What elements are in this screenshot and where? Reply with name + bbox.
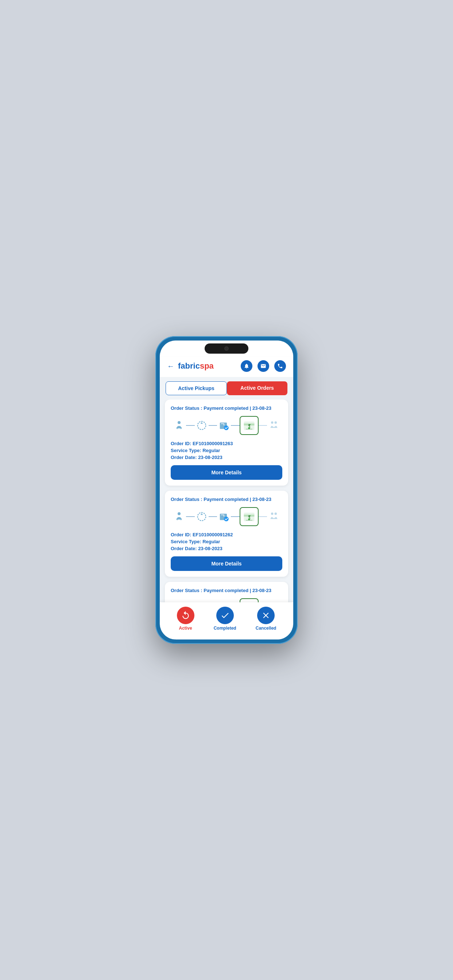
notch <box>205 344 248 354</box>
step-line-2d <box>258 516 267 517</box>
step-process-1 <box>195 418 209 433</box>
phone-frame: ← fabricspa <box>155 336 298 644</box>
order-info-2: Order ID: EF1010000091262 Service Type: … <box>171 532 282 551</box>
nav-active-icon <box>177 607 195 624</box>
step-line-1c <box>231 425 239 426</box>
step-payment-1: ₹ <box>239 416 258 435</box>
step-package-2 <box>217 510 231 523</box>
header-icons <box>241 360 286 372</box>
step-pickup-1 <box>172 418 186 433</box>
step-line-1a <box>186 425 195 426</box>
order-id-1: Order ID: EF1010000091263 <box>171 441 282 446</box>
order-status-2: Order Status : Payment completed | 23-08… <box>171 496 282 502</box>
tab-active-pickups[interactable]: Active Pickups <box>166 381 227 395</box>
tab-active-orders[interactable]: Active Orders <box>227 381 287 395</box>
phone-screen: ← fabricspa <box>160 340 293 640</box>
step-line-2c <box>231 516 239 517</box>
order-card-1: Order Status : Payment completed | 23-08… <box>165 399 288 485</box>
back-button[interactable]: ← <box>167 362 174 371</box>
svg-point-0 <box>178 421 180 424</box>
step-process-2 <box>195 510 209 523</box>
svg-point-25 <box>274 512 277 515</box>
step-delivery-1 <box>267 418 281 433</box>
step-line-2a <box>186 516 195 517</box>
step-line-1b <box>209 425 217 426</box>
service-type-1: Service Type: Regular <box>171 448 282 453</box>
svg-point-24 <box>271 512 273 515</box>
nav-completed-label: Completed <box>214 625 236 631</box>
header: ← fabricspa <box>160 356 293 377</box>
svg-rect-10 <box>246 429 252 430</box>
header-left: ← fabricspa <box>167 361 214 371</box>
step-line-2b <box>209 516 217 517</box>
more-details-button-2[interactable]: More Details <box>171 556 282 571</box>
nav-cancelled-icon <box>257 607 274 624</box>
nav-completed[interactable]: Completed <box>214 607 236 631</box>
nav-cancelled-label: Cancelled <box>256 625 276 631</box>
order-status-1: Order Status : Payment completed | 23-08… <box>171 406 282 411</box>
notch-bar <box>160 340 293 356</box>
service-type-2: Service Type: Regular <box>171 539 282 544</box>
progress-steps-2: ₹ <box>171 507 282 526</box>
svg-point-12 <box>274 422 277 424</box>
svg-rect-23 <box>246 520 252 520</box>
more-details-button-1[interactable]: More Details <box>171 465 282 480</box>
phone-button[interactable] <box>274 360 286 372</box>
svg-point-18 <box>224 517 229 521</box>
nav-completed-icon <box>216 607 234 624</box>
order-card-2: Order Status : Payment completed | 23-08… <box>165 491 288 577</box>
bottom-nav: Active Completed Cancelled <box>160 602 293 640</box>
message-button[interactable] <box>257 360 269 372</box>
step-delivery-2 <box>267 510 281 523</box>
logo-spa-text: spa <box>200 361 214 371</box>
nav-active-label: Active <box>179 625 192 631</box>
order-date-1: Order Date: 23-08-2023 <box>171 455 282 460</box>
step-payment-2: ₹ <box>239 507 258 526</box>
tabs: Active Pickups Active Orders <box>160 377 293 399</box>
step-line-1d <box>258 425 267 426</box>
nav-cancelled[interactable]: Cancelled <box>256 607 276 631</box>
order-id-2: Order ID: EF1010000091262 <box>171 532 282 538</box>
step-package-1 <box>217 418 231 433</box>
logo-fabric-text: fabric <box>178 361 200 371</box>
order-info-1: Order ID: EF1010000091263 Service Type: … <box>171 441 282 460</box>
order-status-3: Order Status : Payment completed | 23-08… <box>171 588 282 593</box>
svg-point-13 <box>178 512 180 515</box>
step-pickup-2 <box>172 510 186 523</box>
notification-button[interactable] <box>241 360 252 372</box>
svg-point-5 <box>224 425 229 430</box>
notch-camera <box>224 346 229 351</box>
order-date-2: Order Date: 23-08-2023 <box>171 546 282 551</box>
progress-steps-1: ₹ <box>171 416 282 435</box>
nav-active[interactable]: Active <box>177 607 195 631</box>
svg-point-11 <box>271 422 273 424</box>
logo: fabricspa <box>178 361 214 371</box>
